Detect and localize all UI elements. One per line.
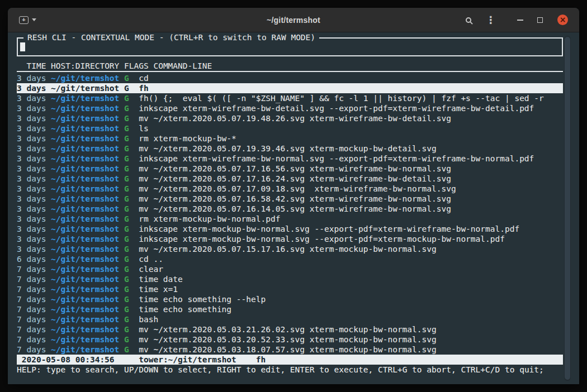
- cell-time: 3 days: [17, 174, 51, 184]
- cell-cmd: time date: [139, 274, 183, 284]
- history-row[interactable]: 7 days~/git/termshotGmv ~/xterm.2020.05.…: [17, 324, 563, 334]
- cell-time: 7 days: [17, 284, 51, 294]
- history-row[interactable]: 7 days~/git/termshotGtime echo something: [17, 304, 563, 314]
- history-row[interactable]: 7 days~/git/termshotGmv ~/xterm.2020.05.…: [17, 334, 563, 345]
- history-row[interactable]: 3 days~/git/termshotGinkscape xterm-wire…: [17, 154, 563, 164]
- history-row[interactable]: 7 days~/git/termshotGbash: [17, 314, 563, 324]
- resh-search-input[interactable]: RESH CLI - CONTEXTUAL MODE - (CTRL+R to …: [17, 37, 563, 56]
- cell-time: 3 days: [17, 234, 51, 244]
- help-line: HELP: type to search, UP/DOWN to select,…: [17, 365, 563, 375]
- history-row[interactable]: 7 days~/git/termshotGtime date: [17, 274, 563, 284]
- cell-host: ~/git/termshot: [51, 274, 124, 284]
- cell-flag: G: [124, 133, 139, 144]
- cell-host: ~/git/termshot: [51, 304, 124, 314]
- cell-time: 3 days: [17, 194, 51, 204]
- cell-cmd: mv ~/xterm.2020.05.07.16.14.05.svg xterm…: [139, 204, 451, 214]
- cell-flag: G: [124, 324, 139, 334]
- history-row[interactable]: 3 days~/git/termshotGcd: [17, 73, 563, 83]
- cell-time: 7 days: [17, 294, 51, 304]
- search-button[interactable]: [461, 13, 476, 27]
- new-tab-button[interactable]: +: [19, 16, 36, 24]
- cell-cmd: mv ~/xterm.2020.05.03.21.26.02.svg xterm…: [139, 324, 437, 334]
- minimize-icon: [517, 20, 523, 21]
- history-row[interactable]: 3 days~/git/termshotGmv ~/xterm.2020.05.…: [17, 174, 563, 184]
- cell-host: ~/git/termshot: [51, 184, 124, 194]
- cell-flag: G: [124, 83, 139, 93]
- cell-flag: G: [124, 274, 139, 284]
- history-row[interactable]: 7 days~/git/termshotGtime x=1: [17, 284, 563, 294]
- history-row[interactable]: 3 days~/git/termshotGfh() {; eval $( ([ …: [17, 93, 563, 103]
- history-row[interactable]: 7 days~/git/termshotGclear: [17, 264, 563, 274]
- history-row[interactable]: 7 days~/git/termshotGmv ~/xterm.2020.05.…: [17, 345, 563, 355]
- history-row[interactable]: 3 days~/git/termshotGrm xterm-mockup-bw-…: [17, 214, 563, 224]
- cell-time: 3 days: [17, 154, 51, 164]
- cell-flag: G: [124, 174, 139, 184]
- history-row[interactable]: 3 days~/git/termshotGls: [17, 123, 563, 133]
- cell-time: 7 days: [17, 324, 51, 334]
- history-row[interactable]: 3 days~/git/termshotGinkscape xterm-wire…: [17, 103, 563, 113]
- cell-cmd: mv ~/xterm.2020.05.07.17.16.24.svg xterm…: [139, 174, 451, 184]
- history-row[interactable]: 3 days~/git/termshotGrm xterm-mockup-bw-…: [17, 133, 563, 144]
- window-title: ~/git/termshot: [267, 8, 320, 32]
- cell-host: ~/git/termshot: [51, 123, 124, 133]
- cell-flag: G: [124, 154, 139, 164]
- scrollbar-thumb[interactable]: [565, 37, 570, 380]
- cell-time: 3 days: [17, 204, 51, 214]
- cell-cmd: inkscape xterm-mockup-bw-normal.svg --ex…: [139, 224, 519, 234]
- cell-cmd: cd ..: [139, 254, 163, 264]
- cell-host: ~/git/termshot: [51, 154, 124, 164]
- history-row[interactable]: 3 days~/git/termshotGinkscape xterm-mock…: [17, 224, 563, 234]
- cell-host: ~/git/termshot: [51, 194, 124, 204]
- history-row[interactable]: 3 days~/git/termshotGmv ~/xterm.2020.05.…: [17, 144, 563, 154]
- kebab-menu-icon: ⋮: [486, 14, 496, 26]
- cell-cmd: mv ~/xterm.2020.05.07.16.58.42.svg xterm…: [139, 194, 451, 204]
- minimize-button[interactable]: [513, 13, 527, 27]
- cell-flag: G: [124, 264, 139, 274]
- cell-cmd: time x=1: [139, 284, 178, 294]
- history-row-selected[interactable]: 3 days~/git/termshotGfh: [17, 83, 563, 93]
- history-row[interactable]: 3 days~/git/termshotGmv ~/xterm.2020.05.…: [17, 113, 563, 123]
- text-cursor: [20, 42, 25, 51]
- cell-flag: G: [124, 254, 139, 264]
- cell-time: 3 days: [17, 93, 51, 103]
- status-host-dir: tower:~/git/termshot: [139, 355, 236, 364]
- history-row[interactable]: 3 days~/git/termshotGinkscape xterm-mock…: [17, 234, 563, 244]
- cell-host: ~/git/termshot: [51, 244, 124, 254]
- scrollbar[interactable]: [564, 36, 571, 381]
- cell-cmd: mv ~/xterm.2020.05.03.20.52.33.svg xterm…: [139, 334, 437, 345]
- cell-cmd: mv ~/xterm.2020.05.07.17.09.18.svg xterm…: [139, 184, 456, 194]
- cell-cmd: bash: [139, 314, 158, 324]
- status-bar: 2020-05-08 00:34:56tower:~/git/termshotf…: [17, 355, 563, 365]
- close-button[interactable]: ×: [557, 15, 568, 25]
- cell-cmd: fh() {; eval $( ([ -n "$ZSH_NAME" ] && f…: [139, 93, 544, 103]
- cell-flag: G: [124, 284, 139, 294]
- history-row[interactable]: 7 days~/git/termshotGtime echo something…: [17, 294, 563, 304]
- cell-time: 6 days: [17, 254, 51, 264]
- restore-button[interactable]: [533, 13, 547, 27]
- cell-cmd: time echo something: [139, 304, 231, 314]
- cell-host: ~/git/termshot: [51, 93, 124, 103]
- cell-host: ~/git/termshot: [51, 113, 124, 123]
- titlebar[interactable]: + ~/git/termshot ⋮ ×: [8, 8, 579, 32]
- cell-flag: G: [124, 164, 139, 174]
- history-row[interactable]: 6 days~/git/termshotGcd ..: [17, 254, 563, 264]
- desktop: { "window": { "title": "~/git/termshot",…: [0, 0, 587, 392]
- history-row[interactable]: 3 days~/git/termshotGmv ~/xterm.2020.05.…: [17, 194, 563, 204]
- cell-flag: G: [124, 294, 139, 304]
- cell-cmd: ls: [139, 123, 148, 133]
- history-row[interactable]: 3 days~/git/termshotGmv ~/xterm.2020.05.…: [17, 184, 563, 194]
- cell-cmd: inkscape xterm-wireframe-bw-normal.svg -…: [139, 154, 534, 164]
- cell-host: ~/git/termshot: [51, 294, 124, 304]
- history-row[interactable]: 3 days~/git/termshotGmv ~/xterm.2020.05.…: [17, 244, 563, 254]
- cell-flag: G: [124, 244, 139, 254]
- history-row[interactable]: 3 days~/git/termshotGmv ~/xterm.2020.05.…: [17, 164, 563, 174]
- terminal-screen[interactable]: RESH CLI - CONTEXTUAL MODE - (CTRL+R to …: [8, 32, 579, 384]
- cell-host: ~/git/termshot: [51, 204, 124, 214]
- menu-button[interactable]: ⋮: [484, 13, 498, 27]
- cell-flag: G: [124, 334, 139, 345]
- history-row[interactable]: 3 days~/git/termshotGmv ~/xterm.2020.05.…: [17, 204, 563, 214]
- cell-time: 3 days: [17, 83, 51, 93]
- cell-cmd: inkscape xterm-wireframe-bw-detail.svg -…: [139, 103, 534, 113]
- cell-cmd: rm xterm-mockup-bw-*: [139, 133, 236, 144]
- cell-time: 3 days: [17, 184, 51, 194]
